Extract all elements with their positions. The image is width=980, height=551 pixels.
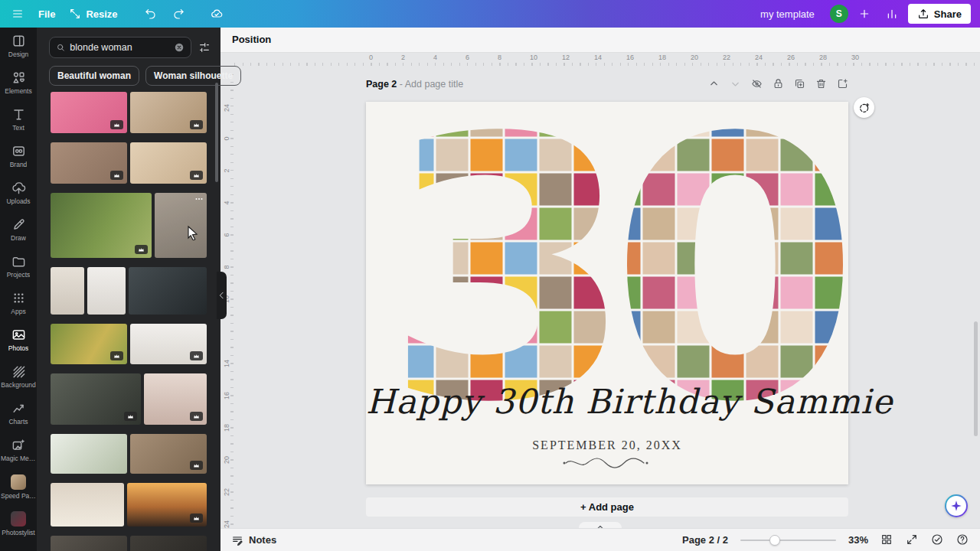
photos-panel: Beautiful womanWoman silhouette	[37, 28, 220, 551]
photo-thumbnail[interactable]	[51, 193, 152, 258]
trash-icon[interactable]	[815, 78, 827, 90]
add-member-icon[interactable]	[858, 7, 871, 21]
photo-thumbnail[interactable]	[51, 142, 127, 184]
chevron-up-icon[interactable]	[708, 78, 720, 90]
sidebar-item-label: Photos	[8, 344, 28, 352]
add-page-button[interactable]: + Add page	[366, 497, 848, 517]
collage-digit-3[interactable]: 3	[384, 103, 634, 425]
resize-icon	[69, 8, 81, 20]
photo-thumbnail[interactable]	[129, 267, 207, 315]
suggestion-chip[interactable]: Beautiful woman	[49, 66, 139, 86]
brand-icon	[11, 144, 26, 158]
design-page[interactable]: 3 0 Happy 30th Birthday Sammie SEPTEMBER…	[366, 102, 848, 484]
sidebar-item-photos[interactable]: Photos	[0, 321, 37, 358]
photo-thumbnail[interactable]	[130, 324, 207, 364]
chevron-left-icon	[217, 289, 227, 302]
clear-search-icon[interactable]	[174, 42, 185, 53]
photo-thumbnail[interactable]	[51, 483, 124, 527]
avatar[interactable]: S	[830, 5, 848, 23]
date-text[interactable]: SEPTEMBER 20, 20XX	[366, 439, 848, 452]
collapse-bottombar-tab[interactable]	[579, 522, 622, 528]
headline-text[interactable]: Happy 30th Birthday Sammie	[366, 382, 848, 421]
undo-icon[interactable]	[144, 7, 158, 21]
zoom-level[interactable]: 33%	[848, 534, 868, 546]
pro-crown-badge	[190, 120, 203, 129]
ruler-number: 4	[223, 197, 230, 208]
zoom-slider-thumb[interactable]	[769, 535, 780, 546]
photo-thumbnail[interactable]	[51, 92, 127, 133]
sidebar-item-elements[interactable]: Elements	[0, 64, 37, 101]
sidebar-item-speed-pai[interactable]: Speed Pai...	[0, 468, 37, 505]
zoom-slider[interactable]	[740, 535, 836, 546]
photo-thumbnail[interactable]	[130, 142, 207, 184]
search-input[interactable]	[70, 42, 169, 53]
flourish-ornament[interactable]	[561, 457, 653, 469]
photo-thumbnail[interactable]	[130, 536, 207, 551]
page-title[interactable]: Page 2 - Add page title	[366, 79, 463, 90]
sidebar-item-photostylist[interactable]: Photostylist	[0, 505, 37, 542]
sidebar-item-projects[interactable]: Projects	[0, 248, 37, 285]
fullscreen-icon[interactable]	[906, 533, 919, 546]
check-circle-icon[interactable]	[931, 533, 944, 546]
notes-button[interactable]: Notes	[220, 534, 276, 546]
canvas-scrollbar[interactable]	[974, 321, 978, 436]
sidebar-item-text[interactable]: Text	[0, 101, 37, 138]
duplicate-icon[interactable]	[794, 78, 805, 90]
page-indicator[interactable]: Page 2 / 2	[682, 534, 728, 546]
resize-button[interactable]: Resize	[69, 8, 117, 20]
panel-scrollbar[interactable]	[215, 83, 218, 182]
insights-icon[interactable]	[885, 7, 899, 21]
ruler-number: 24	[223, 519, 230, 528]
sidebar-item-label: Speed Pai...	[1, 492, 36, 500]
magic-assistant-button[interactable]	[945, 494, 968, 517]
collage-digit-0[interactable]: 0	[609, 103, 848, 425]
collapse-panel-button[interactable]	[217, 272, 227, 319]
photo-thumbnail[interactable]	[51, 324, 127, 364]
photo-thumbnail[interactable]	[130, 434, 207, 474]
photo-thumbnail[interactable]	[130, 92, 207, 133]
suggestion-chips: Beautiful womanWoman silhouette	[37, 58, 220, 86]
comment-button[interactable]	[854, 97, 874, 118]
sidebar-item-label: Charts	[8, 418, 28, 425]
add-page-icon[interactable]	[837, 78, 848, 90]
projects-icon	[11, 254, 26, 269]
sidebar-item-charts[interactable]: Charts	[0, 395, 37, 432]
photo-thumbnail[interactable]	[127, 483, 207, 527]
lock-icon[interactable]	[773, 78, 784, 90]
chevron-down-icon[interactable]	[730, 78, 741, 90]
photo-thumbnail[interactable]	[87, 267, 126, 315]
sidebar-rail: DesignElementsTextBrandUploadsDrawProjec…	[0, 28, 37, 551]
redo-icon[interactable]	[172, 7, 185, 21]
photo-thumbnail[interactable]	[51, 536, 127, 551]
photo-thumbnail[interactable]	[51, 267, 84, 315]
more-options-icon[interactable]	[194, 194, 204, 204]
sidebar-item-draw[interactable]: Draw	[0, 211, 37, 248]
ruler-number: 20	[691, 54, 698, 61]
photo-thumbnail[interactable]	[144, 373, 207, 425]
sidebar-item-brand[interactable]: Brand	[0, 138, 37, 174]
ruler-number: 4	[433, 54, 437, 61]
file-menu[interactable]: File	[38, 8, 55, 20]
suggestion-chip[interactable]: Woman silhouette	[145, 66, 241, 86]
ruler-number: 26	[787, 54, 795, 61]
photo-thumbnail[interactable]	[51, 373, 141, 425]
page-actions	[708, 78, 848, 90]
eye-off-icon[interactable]	[751, 78, 763, 90]
sidebar-item-background[interactable]: Background	[0, 358, 37, 395]
document-title[interactable]: my template	[760, 8, 815, 20]
filter-icon[interactable]	[196, 39, 213, 56]
sidebar-item-apps[interactable]: Apps	[0, 285, 37, 321]
sidebar-item-label: Background	[1, 381, 35, 389]
photo-thumbnail[interactable]	[51, 434, 127, 474]
photo-collage-digits[interactable]: 3 0	[366, 103, 848, 425]
grid-view-icon[interactable]	[880, 533, 893, 546]
sidebar-item-magic-med[interactable]: Magic Med...	[0, 432, 37, 468]
menu-icon[interactable]	[11, 7, 24, 21]
ruler-number: 10	[530, 54, 537, 61]
photo-thumbnail[interactable]	[155, 193, 207, 258]
sidebar-item-uploads[interactable]: Uploads	[0, 174, 37, 211]
position-button[interactable]: Position	[232, 34, 271, 45]
share-button[interactable]: Share	[908, 4, 971, 24]
help-icon[interactable]	[956, 533, 969, 546]
sidebar-item-design[interactable]: Design	[0, 28, 37, 64]
